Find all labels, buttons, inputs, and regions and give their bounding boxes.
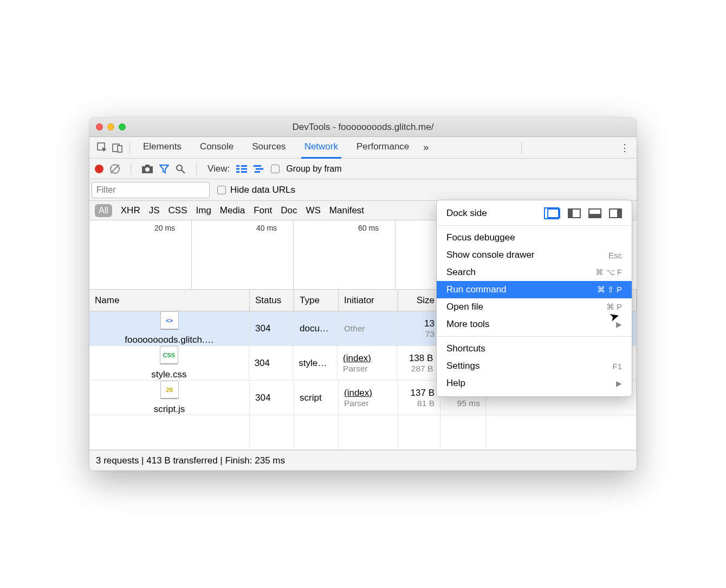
svg-point-6 bbox=[177, 165, 182, 171]
titlebar: DevTools - foooooooods.glitch.me/ bbox=[89, 117, 637, 137]
screenshot-icon[interactable] bbox=[142, 165, 153, 173]
separator bbox=[131, 163, 131, 175]
svg-line-7 bbox=[182, 170, 185, 173]
timeline-tick: 20 ms bbox=[154, 224, 175, 232]
svg-rect-10 bbox=[236, 168, 239, 169]
overview-icon[interactable] bbox=[254, 165, 264, 173]
network-toolbar: View: Group by fram bbox=[89, 159, 637, 179]
tabs-overflow-button[interactable]: » bbox=[423, 142, 429, 153]
record-button[interactable] bbox=[95, 165, 103, 173]
filter-media[interactable]: Media bbox=[220, 205, 245, 216]
tab-sources[interactable]: Sources bbox=[249, 136, 289, 159]
request-status: 304 bbox=[255, 393, 288, 403]
group-by-frame-checkbox[interactable] bbox=[271, 165, 280, 173]
menu-run-command[interactable]: Run command⌘ ⇧ P bbox=[437, 281, 632, 298]
hide-data-urls-label: Hide data URLs bbox=[230, 185, 295, 195]
menu-more-tools[interactable]: More tools▶ bbox=[437, 316, 632, 333]
window-title: DevTools - foooooooods.glitch.me/ bbox=[96, 122, 630, 133]
table-row-empty bbox=[89, 415, 637, 450]
filter-doc[interactable]: Doc bbox=[281, 205, 297, 216]
device-toolbar-icon[interactable] bbox=[110, 140, 125, 155]
dock-left-icon[interactable] bbox=[568, 208, 581, 218]
filter-manifest[interactable]: Manifest bbox=[329, 205, 364, 216]
filter-input[interactable] bbox=[92, 182, 210, 198]
col-name[interactable]: Name bbox=[89, 290, 250, 311]
main-menu-popup: Dock side Focus debuggee Show console dr… bbox=[436, 200, 632, 397]
request-type: docu… bbox=[300, 323, 333, 334]
view-label: View: bbox=[208, 164, 230, 174]
svg-rect-4 bbox=[145, 165, 150, 167]
svg-rect-11 bbox=[241, 168, 247, 169]
menu-focus-debuggee[interactable]: Focus debuggee bbox=[437, 229, 632, 246]
close-window-button[interactable] bbox=[96, 123, 103, 130]
filter-css[interactable]: CSS bbox=[168, 205, 187, 216]
clear-button[interactable] bbox=[110, 164, 120, 174]
menu-show-console-drawer[interactable]: Show console drawerEsc bbox=[437, 246, 632, 264]
timeline-tick: 40 ms bbox=[256, 224, 277, 232]
js-file-icon: JS bbox=[160, 381, 179, 398]
menu-settings[interactable]: SettingsF1 bbox=[437, 357, 632, 375]
filter-img[interactable]: Img bbox=[196, 205, 211, 216]
dock-bottom-icon[interactable] bbox=[588, 208, 601, 218]
request-status: 304 bbox=[255, 323, 288, 334]
col-size[interactable]: Size bbox=[398, 290, 440, 311]
tab-console[interactable]: Console bbox=[197, 136, 237, 159]
svg-rect-8 bbox=[236, 165, 239, 167]
request-initiator[interactable]: (index) bbox=[344, 388, 392, 398]
svg-rect-12 bbox=[236, 171, 239, 173]
svg-rect-2 bbox=[118, 146, 122, 152]
menu-shortcuts[interactable]: Shortcuts bbox=[437, 340, 632, 357]
main-menu-button[interactable]: ⋮ bbox=[618, 142, 631, 154]
filter-font[interactable]: Font bbox=[254, 205, 272, 216]
css-file-icon: CSS bbox=[160, 346, 178, 364]
request-initiator[interactable]: (index) bbox=[343, 353, 391, 364]
col-initiator[interactable]: Initiator bbox=[339, 290, 398, 311]
filter-xhr[interactable]: XHR bbox=[121, 205, 140, 216]
filter-ws[interactable]: WS bbox=[306, 205, 320, 216]
tab-elements[interactable]: Elements bbox=[140, 136, 185, 159]
col-status[interactable]: Status bbox=[250, 290, 294, 311]
request-name: style.css bbox=[151, 369, 186, 380]
request-initiator: Other bbox=[344, 324, 392, 334]
menu-help[interactable]: Help▶ bbox=[437, 375, 632, 392]
svg-point-5 bbox=[145, 167, 150, 172]
menu-search[interactable]: Search⌘ ⌥ F bbox=[437, 264, 632, 281]
devtools-window: DevTools - foooooooods.glitch.me/ Elemen… bbox=[89, 117, 637, 471]
filter-js[interactable]: JS bbox=[149, 205, 160, 216]
inspect-element-icon[interactable] bbox=[95, 140, 110, 155]
svg-rect-13 bbox=[241, 171, 247, 173]
request-type: style… bbox=[299, 358, 332, 369]
dock-side-label: Dock side bbox=[446, 208, 487, 219]
status-bar: 3 requests | 413 B transferred | Finish:… bbox=[89, 450, 637, 471]
filter-icon[interactable] bbox=[159, 164, 169, 174]
dock-undock-icon[interactable] bbox=[547, 208, 560, 218]
large-rows-icon[interactable] bbox=[236, 165, 247, 173]
svg-rect-15 bbox=[256, 168, 263, 169]
tab-network[interactable]: Network bbox=[301, 136, 341, 159]
dock-right-icon[interactable] bbox=[609, 208, 622, 218]
svg-rect-14 bbox=[254, 165, 261, 167]
request-name: script.js bbox=[154, 404, 185, 415]
request-status: 304 bbox=[255, 358, 288, 369]
devtools-tabs-bar: Elements Console Sources Network Perform… bbox=[89, 137, 637, 159]
svg-rect-9 bbox=[241, 165, 247, 167]
maximize-window-button[interactable] bbox=[119, 123, 126, 130]
svg-rect-16 bbox=[255, 171, 260, 173]
menu-separator bbox=[437, 336, 632, 337]
menu-open-file[interactable]: Open file⌘ P bbox=[437, 298, 632, 316]
search-icon[interactable] bbox=[176, 164, 185, 174]
group-by-frame-label: Group by fram bbox=[286, 164, 341, 174]
request-name: foooooooods.glitch.… bbox=[125, 335, 213, 345]
menu-separator bbox=[437, 225, 632, 226]
html-file-icon: <> bbox=[160, 311, 179, 329]
tab-performance[interactable]: Performance bbox=[353, 136, 412, 159]
request-type: script bbox=[300, 393, 333, 403]
col-type[interactable]: Type bbox=[294, 290, 339, 311]
separator bbox=[196, 163, 197, 175]
hide-data-urls-checkbox[interactable] bbox=[217, 186, 226, 194]
filter-row: Hide data URLs bbox=[89, 179, 637, 201]
filter-all[interactable]: All bbox=[95, 204, 112, 217]
minimize-window-button[interactable] bbox=[107, 123, 114, 130]
separator bbox=[129, 142, 130, 154]
timeline-tick: 60 ms bbox=[358, 224, 379, 232]
